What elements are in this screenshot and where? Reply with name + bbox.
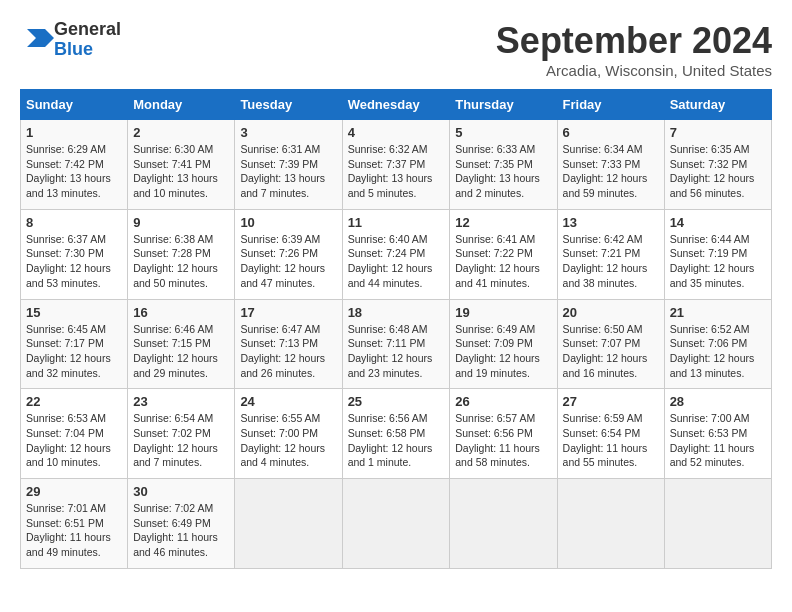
- calendar-cell: 23 Sunrise: 6:54 AMSunset: 7:02 PMDaylig…: [128, 389, 235, 479]
- day-number: 19: [455, 305, 551, 320]
- day-content: Sunrise: 6:49 AMSunset: 7:09 PMDaylight:…: [455, 323, 540, 379]
- day-number: 6: [563, 125, 659, 140]
- day-number: 4: [348, 125, 445, 140]
- day-content: Sunrise: 6:54 AMSunset: 7:02 PMDaylight:…: [133, 412, 218, 468]
- day-content: Sunrise: 6:38 AMSunset: 7:28 PMDaylight:…: [133, 233, 218, 289]
- day-content: Sunrise: 6:30 AMSunset: 7:41 PMDaylight:…: [133, 143, 218, 199]
- day-number: 1: [26, 125, 122, 140]
- calendar-cell: [342, 479, 450, 569]
- day-number: 14: [670, 215, 766, 230]
- weekday-header-row: Sunday Monday Tuesday Wednesday Thursday…: [21, 90, 772, 120]
- day-number: 25: [348, 394, 445, 409]
- calendar-cell: 21 Sunrise: 6:52 AMSunset: 7:06 PMDaylig…: [664, 299, 771, 389]
- day-number: 26: [455, 394, 551, 409]
- day-content: Sunrise: 6:59 AMSunset: 6:54 PMDaylight:…: [563, 412, 648, 468]
- calendar-cell: 14 Sunrise: 6:44 AMSunset: 7:19 PMDaylig…: [664, 209, 771, 299]
- day-number: 17: [240, 305, 336, 320]
- day-content: Sunrise: 6:48 AMSunset: 7:11 PMDaylight:…: [348, 323, 433, 379]
- calendar-cell: 20 Sunrise: 6:50 AMSunset: 7:07 PMDaylig…: [557, 299, 664, 389]
- calendar-cell: 27 Sunrise: 6:59 AMSunset: 6:54 PMDaylig…: [557, 389, 664, 479]
- day-content: Sunrise: 6:47 AMSunset: 7:13 PMDaylight:…: [240, 323, 325, 379]
- day-number: 28: [670, 394, 766, 409]
- day-number: 12: [455, 215, 551, 230]
- day-number: 22: [26, 394, 122, 409]
- day-content: Sunrise: 6:40 AMSunset: 7:24 PMDaylight:…: [348, 233, 433, 289]
- day-number: 16: [133, 305, 229, 320]
- day-content: Sunrise: 6:31 AMSunset: 7:39 PMDaylight:…: [240, 143, 325, 199]
- day-number: 2: [133, 125, 229, 140]
- calendar-cell: 2 Sunrise: 6:30 AMSunset: 7:41 PMDayligh…: [128, 120, 235, 210]
- calendar: Sunday Monday Tuesday Wednesday Thursday…: [20, 89, 772, 569]
- calendar-cell: 8 Sunrise: 6:37 AMSunset: 7:30 PMDayligh…: [21, 209, 128, 299]
- day-content: Sunrise: 6:50 AMSunset: 7:07 PMDaylight:…: [563, 323, 648, 379]
- calendar-cell: 26 Sunrise: 6:57 AMSunset: 6:56 PMDaylig…: [450, 389, 557, 479]
- header-tuesday: Tuesday: [235, 90, 342, 120]
- day-number: 27: [563, 394, 659, 409]
- day-content: Sunrise: 6:42 AMSunset: 7:21 PMDaylight:…: [563, 233, 648, 289]
- day-content: Sunrise: 6:35 AMSunset: 7:32 PMDaylight:…: [670, 143, 755, 199]
- logo-text: General Blue: [54, 20, 121, 60]
- day-number: 9: [133, 215, 229, 230]
- day-number: 30: [133, 484, 229, 499]
- calendar-cell: 16 Sunrise: 6:46 AMSunset: 7:15 PMDaylig…: [128, 299, 235, 389]
- day-number: 10: [240, 215, 336, 230]
- header-friday: Friday: [557, 90, 664, 120]
- calendar-cell: 10 Sunrise: 6:39 AMSunset: 7:26 PMDaylig…: [235, 209, 342, 299]
- calendar-cell: [557, 479, 664, 569]
- day-number: 23: [133, 394, 229, 409]
- day-content: Sunrise: 6:56 AMSunset: 6:58 PMDaylight:…: [348, 412, 433, 468]
- day-content: Sunrise: 7:01 AMSunset: 6:51 PMDaylight:…: [26, 502, 111, 558]
- calendar-cell: 12 Sunrise: 6:41 AMSunset: 7:22 PMDaylig…: [450, 209, 557, 299]
- calendar-cell: [664, 479, 771, 569]
- day-number: 21: [670, 305, 766, 320]
- day-content: Sunrise: 7:00 AMSunset: 6:53 PMDaylight:…: [670, 412, 755, 468]
- day-content: Sunrise: 6:41 AMSunset: 7:22 PMDaylight:…: [455, 233, 540, 289]
- day-content: Sunrise: 6:52 AMSunset: 7:06 PMDaylight:…: [670, 323, 755, 379]
- calendar-cell: 17 Sunrise: 6:47 AMSunset: 7:13 PMDaylig…: [235, 299, 342, 389]
- day-number: 15: [26, 305, 122, 320]
- calendar-cell: 1 Sunrise: 6:29 AMSunset: 7:42 PMDayligh…: [21, 120, 128, 210]
- day-content: Sunrise: 6:55 AMSunset: 7:00 PMDaylight:…: [240, 412, 325, 468]
- day-content: Sunrise: 6:44 AMSunset: 7:19 PMDaylight:…: [670, 233, 755, 289]
- header-sunday: Sunday: [21, 90, 128, 120]
- header-wednesday: Wednesday: [342, 90, 450, 120]
- calendar-cell: 7 Sunrise: 6:35 AMSunset: 7:32 PMDayligh…: [664, 120, 771, 210]
- calendar-cell: 5 Sunrise: 6:33 AMSunset: 7:35 PMDayligh…: [450, 120, 557, 210]
- header-thursday: Thursday: [450, 90, 557, 120]
- day-content: Sunrise: 6:39 AMSunset: 7:26 PMDaylight:…: [240, 233, 325, 289]
- day-content: Sunrise: 6:46 AMSunset: 7:15 PMDaylight:…: [133, 323, 218, 379]
- day-number: 13: [563, 215, 659, 230]
- day-number: 24: [240, 394, 336, 409]
- day-number: 8: [26, 215, 122, 230]
- calendar-cell: 13 Sunrise: 6:42 AMSunset: 7:21 PMDaylig…: [557, 209, 664, 299]
- calendar-row: 8 Sunrise: 6:37 AMSunset: 7:30 PMDayligh…: [21, 209, 772, 299]
- day-number: 11: [348, 215, 445, 230]
- header-monday: Monday: [128, 90, 235, 120]
- calendar-row: 1 Sunrise: 6:29 AMSunset: 7:42 PMDayligh…: [21, 120, 772, 210]
- calendar-cell: [450, 479, 557, 569]
- day-number: 5: [455, 125, 551, 140]
- calendar-cell: 29 Sunrise: 7:01 AMSunset: 6:51 PMDaylig…: [21, 479, 128, 569]
- day-content: Sunrise: 6:33 AMSunset: 7:35 PMDaylight:…: [455, 143, 540, 199]
- calendar-cell: 30 Sunrise: 7:02 AMSunset: 6:49 PMDaylig…: [128, 479, 235, 569]
- day-number: 7: [670, 125, 766, 140]
- header-saturday: Saturday: [664, 90, 771, 120]
- day-content: Sunrise: 6:57 AMSunset: 6:56 PMDaylight:…: [455, 412, 540, 468]
- day-content: Sunrise: 6:53 AMSunset: 7:04 PMDaylight:…: [26, 412, 111, 468]
- calendar-cell: 6 Sunrise: 6:34 AMSunset: 7:33 PMDayligh…: [557, 120, 664, 210]
- calendar-cell: 24 Sunrise: 6:55 AMSunset: 7:00 PMDaylig…: [235, 389, 342, 479]
- title-area: September 2024 Arcadia, Wisconsin, Unite…: [496, 20, 772, 79]
- month-title: September 2024: [496, 20, 772, 62]
- day-content: Sunrise: 6:45 AMSunset: 7:17 PMDaylight:…: [26, 323, 111, 379]
- day-number: 29: [26, 484, 122, 499]
- calendar-cell: [235, 479, 342, 569]
- calendar-cell: 18 Sunrise: 6:48 AMSunset: 7:11 PMDaylig…: [342, 299, 450, 389]
- location: Arcadia, Wisconsin, United States: [496, 62, 772, 79]
- calendar-cell: 22 Sunrise: 6:53 AMSunset: 7:04 PMDaylig…: [21, 389, 128, 479]
- calendar-cell: 11 Sunrise: 6:40 AMSunset: 7:24 PMDaylig…: [342, 209, 450, 299]
- svg-marker-0: [27, 29, 54, 47]
- calendar-cell: 9 Sunrise: 6:38 AMSunset: 7:28 PMDayligh…: [128, 209, 235, 299]
- day-content: Sunrise: 6:32 AMSunset: 7:37 PMDaylight:…: [348, 143, 433, 199]
- day-number: 20: [563, 305, 659, 320]
- calendar-row: 29 Sunrise: 7:01 AMSunset: 6:51 PMDaylig…: [21, 479, 772, 569]
